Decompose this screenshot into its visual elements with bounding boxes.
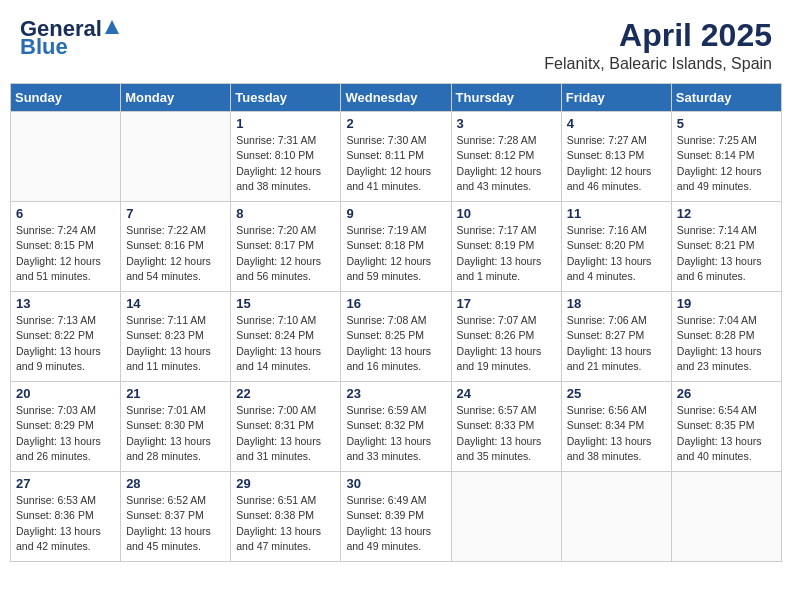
calendar-cell: 24Sunrise: 6:57 AM Sunset: 8:33 PM Dayli… — [451, 382, 561, 472]
day-number: 8 — [236, 206, 335, 221]
calendar-cell: 26Sunrise: 6:54 AM Sunset: 8:35 PM Dayli… — [671, 382, 781, 472]
calendar-cell: 8Sunrise: 7:20 AM Sunset: 8:17 PM Daylig… — [231, 202, 341, 292]
calendar-cell — [451, 472, 561, 562]
calendar-cell: 5Sunrise: 7:25 AM Sunset: 8:14 PM Daylig… — [671, 112, 781, 202]
day-detail: Sunrise: 6:49 AM Sunset: 8:39 PM Dayligh… — [346, 493, 445, 554]
day-detail: Sunrise: 6:51 AM Sunset: 8:38 PM Dayligh… — [236, 493, 335, 554]
calendar-cell: 22Sunrise: 7:00 AM Sunset: 8:31 PM Dayli… — [231, 382, 341, 472]
day-number: 27 — [16, 476, 115, 491]
calendar-cell: 17Sunrise: 7:07 AM Sunset: 8:26 PM Dayli… — [451, 292, 561, 382]
calendar-week-row: 20Sunrise: 7:03 AM Sunset: 8:29 PM Dayli… — [11, 382, 782, 472]
weekday-header-row: SundayMondayTuesdayWednesdayThursdayFrid… — [11, 84, 782, 112]
day-detail: Sunrise: 7:22 AM Sunset: 8:16 PM Dayligh… — [126, 223, 225, 284]
calendar-cell: 25Sunrise: 6:56 AM Sunset: 8:34 PM Dayli… — [561, 382, 671, 472]
day-detail: Sunrise: 7:11 AM Sunset: 8:23 PM Dayligh… — [126, 313, 225, 374]
day-number: 11 — [567, 206, 666, 221]
weekday-header-thursday: Thursday — [451, 84, 561, 112]
day-number: 25 — [567, 386, 666, 401]
day-detail: Sunrise: 7:31 AM Sunset: 8:10 PM Dayligh… — [236, 133, 335, 194]
calendar-cell: 9Sunrise: 7:19 AM Sunset: 8:18 PM Daylig… — [341, 202, 451, 292]
calendar-cell: 1Sunrise: 7:31 AM Sunset: 8:10 PM Daylig… — [231, 112, 341, 202]
day-detail: Sunrise: 7:17 AM Sunset: 8:19 PM Dayligh… — [457, 223, 556, 284]
calendar-cell — [121, 112, 231, 202]
calendar-cell: 15Sunrise: 7:10 AM Sunset: 8:24 PM Dayli… — [231, 292, 341, 382]
day-number: 14 — [126, 296, 225, 311]
calendar-cell: 6Sunrise: 7:24 AM Sunset: 8:15 PM Daylig… — [11, 202, 121, 292]
day-number: 5 — [677, 116, 776, 131]
day-detail: Sunrise: 7:00 AM Sunset: 8:31 PM Dayligh… — [236, 403, 335, 464]
day-detail: Sunrise: 7:04 AM Sunset: 8:28 PM Dayligh… — [677, 313, 776, 374]
day-number: 21 — [126, 386, 225, 401]
day-number: 24 — [457, 386, 556, 401]
day-detail: Sunrise: 7:08 AM Sunset: 8:25 PM Dayligh… — [346, 313, 445, 374]
calendar-cell: 19Sunrise: 7:04 AM Sunset: 8:28 PM Dayli… — [671, 292, 781, 382]
weekday-header-sunday: Sunday — [11, 84, 121, 112]
calendar-cell: 21Sunrise: 7:01 AM Sunset: 8:30 PM Dayli… — [121, 382, 231, 472]
calendar-body: 1Sunrise: 7:31 AM Sunset: 8:10 PM Daylig… — [11, 112, 782, 562]
day-detail: Sunrise: 7:07 AM Sunset: 8:26 PM Dayligh… — [457, 313, 556, 374]
day-number: 16 — [346, 296, 445, 311]
day-number: 2 — [346, 116, 445, 131]
day-number: 28 — [126, 476, 225, 491]
calendar-cell: 28Sunrise: 6:52 AM Sunset: 8:37 PM Dayli… — [121, 472, 231, 562]
day-number: 9 — [346, 206, 445, 221]
weekday-header-saturday: Saturday — [671, 84, 781, 112]
day-number: 7 — [126, 206, 225, 221]
day-detail: Sunrise: 7:20 AM Sunset: 8:17 PM Dayligh… — [236, 223, 335, 284]
calendar-cell — [561, 472, 671, 562]
calendar-cell — [671, 472, 781, 562]
day-number: 18 — [567, 296, 666, 311]
calendar-cell: 3Sunrise: 7:28 AM Sunset: 8:12 PM Daylig… — [451, 112, 561, 202]
title-section: April 2025 Felanitx, Balearic Islands, S… — [544, 18, 772, 73]
day-number: 12 — [677, 206, 776, 221]
day-detail: Sunrise: 7:14 AM Sunset: 8:21 PM Dayligh… — [677, 223, 776, 284]
weekday-header-wednesday: Wednesday — [341, 84, 451, 112]
day-detail: Sunrise: 7:30 AM Sunset: 8:11 PM Dayligh… — [346, 133, 445, 194]
calendar-cell: 2Sunrise: 7:30 AM Sunset: 8:11 PM Daylig… — [341, 112, 451, 202]
calendar-cell: 30Sunrise: 6:49 AM Sunset: 8:39 PM Dayli… — [341, 472, 451, 562]
calendar-cell: 14Sunrise: 7:11 AM Sunset: 8:23 PM Dayli… — [121, 292, 231, 382]
calendar-header: SundayMondayTuesdayWednesdayThursdayFrid… — [11, 84, 782, 112]
calendar-cell: 20Sunrise: 7:03 AM Sunset: 8:29 PM Dayli… — [11, 382, 121, 472]
calendar-cell: 27Sunrise: 6:53 AM Sunset: 8:36 PM Dayli… — [11, 472, 121, 562]
day-detail: Sunrise: 7:25 AM Sunset: 8:14 PM Dayligh… — [677, 133, 776, 194]
day-detail: Sunrise: 6:57 AM Sunset: 8:33 PM Dayligh… — [457, 403, 556, 464]
calendar-cell: 7Sunrise: 7:22 AM Sunset: 8:16 PM Daylig… — [121, 202, 231, 292]
logo: General Blue — [20, 18, 121, 58]
day-number: 29 — [236, 476, 335, 491]
day-detail: Sunrise: 7:10 AM Sunset: 8:24 PM Dayligh… — [236, 313, 335, 374]
day-detail: Sunrise: 6:59 AM Sunset: 8:32 PM Dayligh… — [346, 403, 445, 464]
day-detail: Sunrise: 7:06 AM Sunset: 8:27 PM Dayligh… — [567, 313, 666, 374]
day-detail: Sunrise: 7:03 AM Sunset: 8:29 PM Dayligh… — [16, 403, 115, 464]
day-detail: Sunrise: 7:19 AM Sunset: 8:18 PM Dayligh… — [346, 223, 445, 284]
day-number: 4 — [567, 116, 666, 131]
day-number: 30 — [346, 476, 445, 491]
weekday-header-monday: Monday — [121, 84, 231, 112]
calendar-cell: 23Sunrise: 6:59 AM Sunset: 8:32 PM Dayli… — [341, 382, 451, 472]
day-detail: Sunrise: 7:27 AM Sunset: 8:13 PM Dayligh… — [567, 133, 666, 194]
calendar-cell: 16Sunrise: 7:08 AM Sunset: 8:25 PM Dayli… — [341, 292, 451, 382]
calendar-cell: 18Sunrise: 7:06 AM Sunset: 8:27 PM Dayli… — [561, 292, 671, 382]
day-detail: Sunrise: 7:24 AM Sunset: 8:15 PM Dayligh… — [16, 223, 115, 284]
calendar-week-row: 6Sunrise: 7:24 AM Sunset: 8:15 PM Daylig… — [11, 202, 782, 292]
day-number: 26 — [677, 386, 776, 401]
day-number: 3 — [457, 116, 556, 131]
calendar-cell: 13Sunrise: 7:13 AM Sunset: 8:22 PM Dayli… — [11, 292, 121, 382]
month-title: April 2025 — [544, 18, 772, 53]
calendar-cell: 12Sunrise: 7:14 AM Sunset: 8:21 PM Dayli… — [671, 202, 781, 292]
calendar-week-row: 13Sunrise: 7:13 AM Sunset: 8:22 PM Dayli… — [11, 292, 782, 382]
day-number: 13 — [16, 296, 115, 311]
logo-blue-text: Blue — [20, 36, 121, 58]
day-detail: Sunrise: 7:01 AM Sunset: 8:30 PM Dayligh… — [126, 403, 225, 464]
day-number: 23 — [346, 386, 445, 401]
day-number: 6 — [16, 206, 115, 221]
day-detail: Sunrise: 6:56 AM Sunset: 8:34 PM Dayligh… — [567, 403, 666, 464]
day-detail: Sunrise: 7:28 AM Sunset: 8:12 PM Dayligh… — [457, 133, 556, 194]
calendar-cell: 4Sunrise: 7:27 AM Sunset: 8:13 PM Daylig… — [561, 112, 671, 202]
calendar-cell: 29Sunrise: 6:51 AM Sunset: 8:38 PM Dayli… — [231, 472, 341, 562]
day-detail: Sunrise: 7:13 AM Sunset: 8:22 PM Dayligh… — [16, 313, 115, 374]
weekday-header-tuesday: Tuesday — [231, 84, 341, 112]
location-title: Felanitx, Balearic Islands, Spain — [544, 55, 772, 73]
day-number: 19 — [677, 296, 776, 311]
day-number: 10 — [457, 206, 556, 221]
